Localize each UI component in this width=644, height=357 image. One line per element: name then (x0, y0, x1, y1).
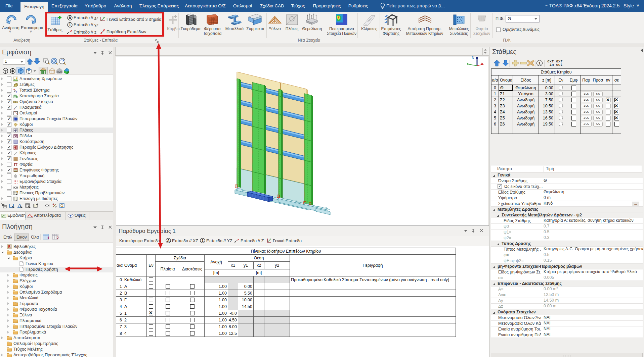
svg-text:1: 1 (539, 61, 541, 65)
svg-text:1: 1 (202, 239, 204, 243)
svg-text:B: B (8, 245, 10, 249)
svg-text:1: 1 (47, 236, 49, 240)
svg-text:N: N (472, 56, 474, 60)
svg-text:A: A (167, 239, 169, 243)
svg-text:2: 2 (57, 236, 59, 240)
